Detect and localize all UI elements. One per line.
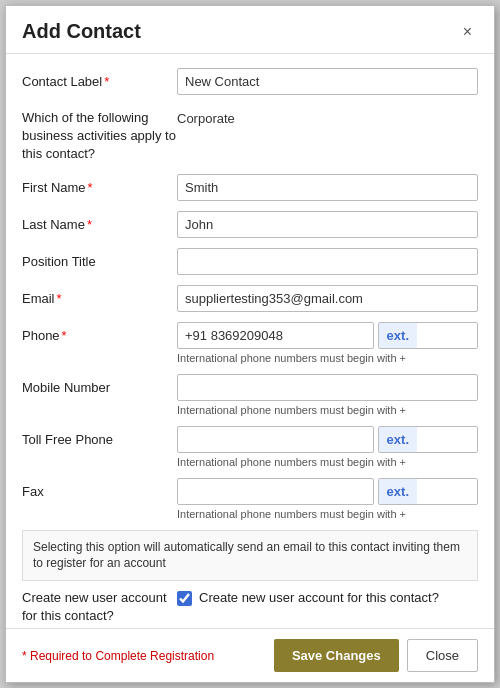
phone-input-row: ext. xyxy=(177,322,478,349)
first-name-field xyxy=(177,174,478,201)
toll-free-label: Toll Free Phone xyxy=(22,426,177,449)
toll-free-input[interactable] xyxy=(177,426,374,453)
close-icon[interactable]: × xyxy=(457,21,478,43)
email-label: Email* xyxy=(22,285,177,308)
required-note: * Required to Complete Registration xyxy=(22,649,214,663)
phone-ext-box: ext. xyxy=(378,322,478,349)
create-user-row: Create new user account for this contact… xyxy=(22,589,478,625)
create-user-checkbox-text: Create new user account for this contact… xyxy=(199,589,439,607)
fax-input-row: ext. xyxy=(177,478,478,505)
last-name-row: Last Name* xyxy=(22,211,478,238)
toll-free-field: ext. International phone numbers must be… xyxy=(177,426,478,468)
mobile-label: Mobile Number xyxy=(22,374,177,397)
info-section: Selecting this option will automatically… xyxy=(22,530,478,582)
footer-buttons: Save Changes Close xyxy=(274,639,478,672)
modal-body: Contact Label* Which of the following bu… xyxy=(6,54,494,628)
phone-label: Phone* xyxy=(22,322,177,345)
fax-label: Fax xyxy=(22,478,177,501)
close-button[interactable]: Close xyxy=(407,639,478,672)
first-name-input[interactable] xyxy=(177,174,478,201)
mobile-row: Mobile Number International phone number… xyxy=(22,374,478,416)
last-name-label: Last Name* xyxy=(22,211,177,234)
toll-free-input-row: ext. xyxy=(177,426,478,453)
create-user-checkbox[interactable] xyxy=(177,591,192,606)
create-user-label: Create new user account for this contact… xyxy=(22,589,177,625)
fax-hint: International phone numbers must begin w… xyxy=(177,508,478,520)
phone-field: ext. International phone numbers must be… xyxy=(177,322,478,364)
position-title-row: Position Title xyxy=(22,248,478,275)
phone-row: Phone* ext. International phone numbers … xyxy=(22,322,478,364)
fax-ext-box: ext. xyxy=(378,478,478,505)
fax-field: ext. International phone numbers must be… xyxy=(177,478,478,520)
last-name-field xyxy=(177,211,478,238)
position-title-field xyxy=(177,248,478,275)
required-star: * xyxy=(62,328,67,343)
mobile-field: International phone numbers must begin w… xyxy=(177,374,478,416)
mobile-input[interactable] xyxy=(177,374,478,401)
toll-free-row: Toll Free Phone ext. International phone… xyxy=(22,426,478,468)
contact-label-input[interactable] xyxy=(177,68,478,95)
fax-input[interactable] xyxy=(177,478,374,505)
business-activities-label: Which of the following business activiti… xyxy=(22,105,177,164)
required-star: * xyxy=(88,180,93,195)
info-text: Selecting this option will automatically… xyxy=(33,540,460,571)
first-name-label: First Name* xyxy=(22,174,177,197)
phone-ext-label[interactable]: ext. xyxy=(379,323,417,348)
toll-free-ext-label[interactable]: ext. xyxy=(379,427,417,452)
mobile-hint: International phone numbers must begin w… xyxy=(177,404,478,416)
add-contact-modal: Add Contact × Contact Label* Which of th… xyxy=(5,5,495,683)
contact-label-label: Contact Label* xyxy=(22,68,177,91)
toll-free-ext-box: ext. xyxy=(378,426,478,453)
fax-ext-label[interactable]: ext. xyxy=(379,479,417,504)
phone-ext-input[interactable] xyxy=(417,323,477,348)
required-star: * xyxy=(104,74,109,89)
create-user-field: Create new user account for this contact… xyxy=(177,589,478,607)
fax-ext-input[interactable] xyxy=(417,479,477,504)
email-input[interactable] xyxy=(177,285,478,312)
corporate-value: Corporate xyxy=(177,105,478,126)
business-activities-field: Corporate xyxy=(177,105,478,126)
contact-label-row: Contact Label* xyxy=(22,68,478,95)
required-star: * xyxy=(87,217,92,232)
email-row: Email* xyxy=(22,285,478,312)
modal-header: Add Contact × xyxy=(6,6,494,54)
required-star: * xyxy=(57,291,62,306)
phone-input[interactable] xyxy=(177,322,374,349)
phone-hint: International phone numbers must begin w… xyxy=(177,352,478,364)
email-field xyxy=(177,285,478,312)
fax-row: Fax ext. International phone numbers mus… xyxy=(22,478,478,520)
modal-title: Add Contact xyxy=(22,20,141,43)
first-name-row: First Name* xyxy=(22,174,478,201)
position-title-input[interactable] xyxy=(177,248,478,275)
toll-free-hint: International phone numbers must begin w… xyxy=(177,456,478,468)
business-activities-row: Which of the following business activiti… xyxy=(22,105,478,164)
contact-label-field xyxy=(177,68,478,95)
save-changes-button[interactable]: Save Changes xyxy=(274,639,399,672)
position-title-label: Position Title xyxy=(22,248,177,271)
modal-footer: * Required to Complete Registration Save… xyxy=(6,628,494,682)
last-name-input[interactable] xyxy=(177,211,478,238)
toll-free-ext-input[interactable] xyxy=(417,427,477,452)
